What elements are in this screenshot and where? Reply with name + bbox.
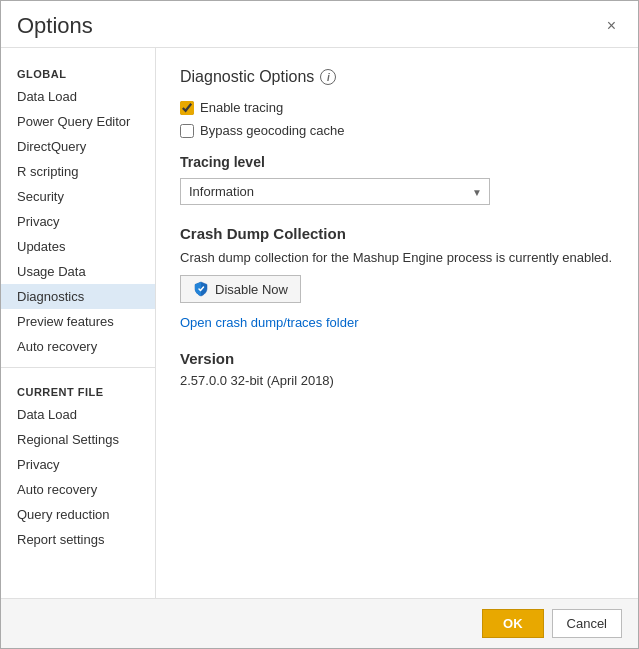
enable-tracing-label: Enable tracing [200, 100, 283, 115]
ok-button[interactable]: OK [482, 609, 544, 638]
crash-dump-description: Crash dump collection for the Mashup Eng… [180, 250, 614, 265]
dialog-title: Options [17, 13, 93, 39]
sidebar-item-usage-data[interactable]: Usage Data [1, 259, 155, 284]
diagnostic-options-header: Diagnostic Options i [180, 68, 614, 86]
enable-tracing-checkbox[interactable] [180, 101, 194, 115]
tracing-level-select[interactable]: Information Verbose Warning Error [180, 178, 490, 205]
sidebar-item-preview-features[interactable]: Preview features [1, 309, 155, 334]
shield-icon [193, 281, 209, 297]
version-title: Version [180, 350, 614, 367]
disable-now-button[interactable]: Disable Now [180, 275, 301, 303]
sidebar-item-directquery[interactable]: DirectQuery [1, 134, 155, 159]
diagnostic-options-title: Diagnostic Options [180, 68, 314, 86]
version-section: Version 2.57.0.0 32-bit (April 2018) [180, 350, 614, 388]
bypass-geocoding-checkbox[interactable] [180, 124, 194, 138]
sidebar-item-cf-data-load[interactable]: Data Load [1, 402, 155, 427]
crash-dump-section: Crash Dump Collection Crash dump collect… [180, 225, 614, 330]
global-section-label: GLOBAL [1, 58, 155, 84]
sidebar-item-cf-auto-recovery[interactable]: Auto recovery [1, 477, 155, 502]
close-button[interactable]: × [601, 15, 622, 37]
cancel-button[interactable]: Cancel [552, 609, 622, 638]
sidebar-item-security[interactable]: Security [1, 184, 155, 209]
sidebar: GLOBAL Data Load Power Query Editor Dire… [1, 48, 156, 598]
sidebar-item-cf-privacy[interactable]: Privacy [1, 452, 155, 477]
sidebar-item-r-scripting[interactable]: R scripting [1, 159, 155, 184]
open-crash-dump-link[interactable]: Open crash dump/traces folder [180, 315, 358, 330]
sidebar-divider [1, 367, 155, 368]
sidebar-item-cf-query-reduction[interactable]: Query reduction [1, 502, 155, 527]
info-icon: i [320, 69, 336, 85]
tracing-level-label: Tracing level [180, 154, 614, 170]
enable-tracing-row: Enable tracing [180, 100, 614, 115]
version-text: 2.57.0.0 32-bit (April 2018) [180, 373, 614, 388]
sidebar-item-power-query-editor[interactable]: Power Query Editor [1, 109, 155, 134]
bypass-geocoding-label: Bypass geocoding cache [200, 123, 345, 138]
bypass-geocoding-row: Bypass geocoding cache [180, 123, 614, 138]
sidebar-item-cf-regional-settings[interactable]: Regional Settings [1, 427, 155, 452]
dialog-body: GLOBAL Data Load Power Query Editor Dire… [1, 47, 638, 598]
sidebar-item-diagnostics[interactable]: Diagnostics [1, 284, 155, 309]
crash-dump-title: Crash Dump Collection [180, 225, 614, 242]
sidebar-item-updates[interactable]: Updates [1, 234, 155, 259]
sidebar-item-cf-report-settings[interactable]: Report settings [1, 527, 155, 552]
options-dialog: Options × GLOBAL Data Load Power Query E… [0, 0, 639, 649]
sidebar-item-auto-recovery-global[interactable]: Auto recovery [1, 334, 155, 359]
sidebar-item-data-load[interactable]: Data Load [1, 84, 155, 109]
sidebar-item-privacy[interactable]: Privacy [1, 209, 155, 234]
disable-now-label: Disable Now [215, 282, 288, 297]
tracing-level-select-wrapper: Information Verbose Warning Error ▼ [180, 178, 490, 205]
current-file-section-label: CURRENT FILE [1, 376, 155, 402]
tracing-level-section: Tracing level Information Verbose Warnin… [180, 154, 614, 205]
dialog-footer: OK Cancel [1, 598, 638, 648]
title-bar: Options × [1, 1, 638, 47]
main-content: Diagnostic Options i Enable tracing Bypa… [156, 48, 638, 598]
